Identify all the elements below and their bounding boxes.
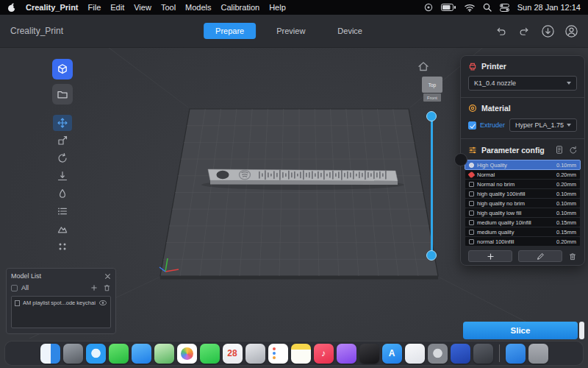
view-cube-front[interactable]: Front [423, 93, 441, 102]
printer-icon [468, 62, 477, 71]
open-file-button[interactable] [52, 84, 73, 105]
menu-item-help[interactable]: Help [269, 3, 286, 12]
delete-model-icon[interactable] [103, 283, 111, 292]
more-tools-button[interactable] [53, 238, 72, 255]
extruder-checkbox[interactable] [468, 121, 476, 130]
tab-device[interactable]: Device [326, 23, 374, 39]
menu-item-view[interactable]: View [134, 3, 151, 12]
dock-downloads-folder-icon[interactable] [506, 344, 526, 364]
battery-icon[interactable] [441, 4, 456, 11]
search-icon[interactable] [483, 3, 492, 12]
rotate-tool-button[interactable] [53, 150, 72, 166]
music-glyph: ♪ [321, 349, 326, 358]
refresh-icon[interactable] [568, 145, 577, 155]
dock-facetime-icon[interactable] [200, 344, 220, 364]
dock-contacts-icon[interactable] [245, 344, 265, 364]
slice-button[interactable]: Slice [463, 322, 578, 339]
download-button[interactable] [540, 24, 556, 39]
menu-item-models[interactable]: Models [185, 3, 211, 12]
wifi-icon[interactable] [465, 4, 475, 12]
lay-flat-tool-button[interactable] [53, 168, 72, 184]
dock-separator [499, 344, 500, 362]
menu-item-file[interactable]: File [88, 3, 101, 12]
paint-tool-button[interactable] [53, 185, 72, 202]
scale-tool-button[interactable] [53, 132, 72, 149]
profile-doc-icon[interactable] [555, 145, 564, 155]
dock-tv-icon[interactable] [359, 344, 379, 364]
menu-item-calibration[interactable]: Calibration [221, 3, 260, 12]
profile-row[interactable]: high quality 100infill0.10mm [465, 189, 580, 198]
move-tool-button[interactable] [53, 115, 72, 131]
tab-prepare[interactable]: Prepare [204, 23, 256, 39]
pencil-icon [536, 252, 545, 261]
material-section-header: Material [461, 98, 584, 113]
extruder-label: Extruder [480, 121, 506, 129]
dock-messages-icon[interactable] [109, 344, 129, 364]
profile-row[interactable]: high quality no brim0.10mm [465, 199, 580, 208]
keychain-hole [217, 171, 229, 180]
undo-button[interactable] [493, 24, 509, 39]
clip-slider-handle-bottom[interactable] [426, 250, 437, 261]
menu-item-edit[interactable]: Edit [110, 3, 124, 12]
tab-preview[interactable]: Preview [265, 23, 317, 39]
profile-row[interactable]: Normal no brim0.20mm [465, 180, 580, 188]
close-icon[interactable] [104, 273, 111, 280]
view-cube[interactable]: Top Front [421, 77, 443, 102]
dock-maps-icon[interactable] [154, 344, 174, 364]
dock-podcasts-icon[interactable] [337, 344, 356, 364]
dock-notes-icon[interactable] [291, 344, 311, 364]
profile-row[interactable]: high quality low fill0.10mm [465, 208, 580, 217]
add-model-icon[interactable] [90, 284, 98, 291]
select-all-checkbox[interactable] [11, 285, 18, 291]
dock-reminders-icon[interactable] [268, 344, 288, 364]
dock-creality-print-icon[interactable] [451, 344, 470, 364]
add-profile-button[interactable] [468, 250, 512, 262]
dock-system-settings-icon[interactable] [428, 344, 448, 364]
control-center-icon[interactable] [500, 4, 509, 12]
dock-finder-icon[interactable] [40, 344, 60, 364]
profile-row[interactable]: Normal0.20mm [465, 170, 580, 179]
dock-calendar-icon[interactable]: 28 [223, 344, 243, 364]
dock-mail-icon[interactable] [132, 344, 151, 364]
dock-utility-app-icon[interactable] [473, 344, 493, 364]
add-model-button[interactable] [52, 59, 73, 79]
view-cube-top[interactable]: Top [422, 77, 442, 93]
clip-slider-handle-top[interactable] [426, 111, 437, 121]
visibility-eye-icon[interactable] [98, 300, 107, 306]
profile-row[interactable]: normal 100infill0.20mm [465, 237, 580, 246]
model-list-item[interactable]: AM playlist spot...ode keychain.stl [15, 300, 107, 306]
dock-safari-icon[interactable] [86, 344, 106, 364]
delete-profile-button[interactable] [568, 252, 577, 261]
dock-photos-icon[interactable] [177, 344, 197, 364]
dock-music-icon[interactable]: ♪ [314, 344, 334, 364]
menu-item-creality-print[interactable]: Creality_Print [26, 3, 79, 12]
menubar-clock[interactable]: Sun 28 Jan 12:14 [517, 3, 581, 12]
dock-freeform-icon[interactable] [405, 344, 425, 364]
dock-trash-icon[interactable] [528, 344, 548, 364]
menu-item-tool[interactable]: Tool [161, 3, 176, 12]
photos-wheel [181, 347, 193, 360]
arrange-tool-button[interactable] [53, 203, 72, 219]
menubar-items: Creality_PrintFileEditViewToolModelsCali… [26, 3, 286, 12]
record-icon[interactable] [424, 3, 433, 12]
support-tool-button[interactable] [53, 221, 72, 237]
menubar: Creality_PrintFileEditViewToolModelsCali… [0, 0, 588, 15]
edit-profile-button[interactable] [518, 250, 562, 262]
clip-slider-track[interactable] [431, 116, 433, 256]
home-view-button[interactable] [416, 60, 431, 72]
dock-launchpad-icon[interactable] [63, 344, 83, 364]
apple-menu-icon[interactable] [7, 3, 16, 13]
profile-name: medium quality 10infill [477, 219, 553, 226]
account-button[interactable] [564, 24, 579, 39]
profile-row[interactable]: medium quality 10infill0.15mm [465, 218, 580, 227]
profile-type-icon [469, 210, 474, 216]
profile-row[interactable]: medium quality0.15mm [465, 227, 580, 236]
dock-app-store-icon[interactable]: A [382, 344, 402, 364]
printer-select[interactable]: K1_0.4 nozzle [468, 76, 577, 91]
redo-button[interactable] [517, 24, 532, 39]
side-panel-handle[interactable] [579, 322, 584, 339]
material-select[interactable]: Hyper PLA_1.75 [509, 118, 577, 132]
profile-row[interactable]: High Quality0.10mm [465, 160, 580, 169]
parameter-section-header: Parameter config [461, 139, 584, 155]
panel-collapse-handle[interactable] [454, 153, 467, 166]
